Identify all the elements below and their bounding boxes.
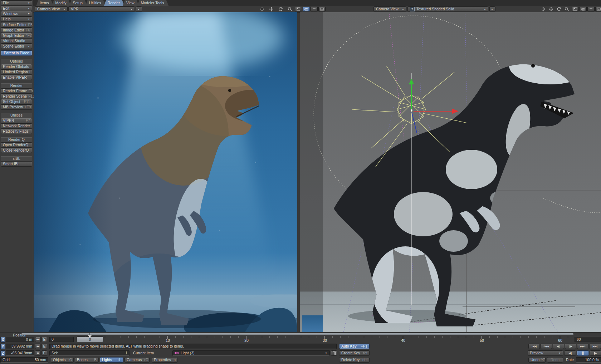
preview-dropdown[interactable]: Preview▼	[528, 350, 563, 356]
image-editor-button[interactable]: Image EditorF6	[1, 28, 32, 33]
rate-field[interactable]: 100.0 %	[576, 357, 601, 363]
viewport-frame-icon[interactable]	[318, 7, 326, 11]
edit-objects-button[interactable]: Objects+O	[51, 357, 74, 363]
viewport-maximize-icon[interactable]	[572, 7, 579, 11]
network-render-button[interactable]: Network Render	[1, 123, 32, 129]
virtual-studio-button[interactable]: Virtual Studio	[1, 38, 32, 44]
viewport-frame-icon[interactable]	[595, 7, 601, 11]
position-z-field[interactable]: -65.0419mm	[6, 350, 34, 356]
chevron-down-icon: ▼	[28, 44, 30, 49]
position-x-field[interactable]: 0 m	[6, 337, 34, 342]
end-frame-field[interactable]: 60	[575, 337, 601, 342]
tab-items[interactable]: Items	[36, 0, 54, 6]
move-view-icon[interactable]	[258, 7, 265, 11]
rotate-view-icon[interactable]	[277, 7, 284, 11]
play-forward-button[interactable]: ▶	[590, 350, 601, 356]
viper-button[interactable]: VIPERF7	[1, 118, 32, 123]
graph-editor-button[interactable]: Graph Editor^F2	[1, 33, 32, 38]
y-stepper[interactable]: ◀▶	[35, 344, 41, 349]
menu-windows[interactable]: Windows▼	[1, 11, 32, 16]
mb-preview-button[interactable]: MB Preview+F9	[1, 104, 32, 110]
next-keyframe-button[interactable]: ▶▶+	[577, 344, 588, 349]
render-frame-button[interactable]: Render FrameF9	[1, 88, 32, 94]
tab-view[interactable]: View	[123, 0, 139, 6]
tab-setup[interactable]: Setup	[69, 0, 87, 6]
first-frame-field[interactable]: 0	[49, 337, 74, 342]
viewport-snapshot-camera-icon[interactable]	[580, 7, 587, 11]
prev-keyframe-button[interactable]: +◀◀	[541, 344, 552, 349]
edit-lights-button[interactable]: Lights+L	[100, 357, 123, 363]
left-render-mode-dropdown[interactable]: VPR▼	[68, 6, 135, 12]
limited-region-button[interactable]: Limited Regionl	[1, 69, 32, 75]
tab-render[interactable]: Render	[104, 0, 124, 6]
left-viewport-vpr-render[interactable]	[34, 12, 297, 333]
radiosity-flags-button[interactable]: Radiosity Flags	[1, 129, 32, 134]
delete-key-button[interactable]: Delete Keydel	[339, 357, 370, 363]
viewport-list-icon[interactable]	[311, 7, 318, 11]
tab-utilities[interactable]: Utilities	[85, 0, 106, 6]
zoom-view-icon[interactable]	[563, 7, 570, 11]
enable-viper-button[interactable]: Enable VIPER	[1, 75, 32, 80]
play-reverse-button[interactable]: ◀	[564, 350, 576, 356]
z-envelope-button[interactable]: E	[41, 350, 47, 356]
viewport-snapshot-camera-icon[interactable]	[303, 7, 310, 11]
scene-editor-button[interactable]: Scene Editor▼	[1, 44, 32, 49]
viewport-list-icon[interactable]	[587, 7, 595, 11]
left-viewport-menu-button[interactable]: ▼	[136, 6, 142, 12]
surface-editor-button[interactable]: Surface EditorF5	[1, 22, 32, 28]
item-list-toggle-button[interactable]	[331, 350, 337, 356]
pause-button[interactable]: ||	[577, 350, 589, 356]
rotate-view-icon[interactable]	[555, 7, 562, 11]
undo-button[interactable]: Undo^Z	[528, 357, 546, 363]
go-to-start-button[interactable]: |◀◀	[528, 344, 540, 349]
properties-button[interactable]: Propertiesp	[152, 357, 178, 363]
grid-size-field: Grid:50 mm	[0, 357, 48, 363]
current-item-dropdown[interactable]: Light (3) ▼	[172, 350, 330, 356]
tab-modify[interactable]: Modify	[52, 0, 71, 6]
menu-help[interactable]: Help▼	[1, 16, 32, 22]
chevron-down-icon: ▼	[28, 1, 30, 5]
edit-bones-button[interactable]: Bones+B	[75, 357, 99, 363]
zoom-view-icon[interactable]	[286, 7, 293, 11]
selection-count-field: Sel:1	[49, 350, 130, 356]
close-renderq-button[interactable]: Close RenderQ	[1, 148, 32, 153]
frame-marker-icon	[88, 335, 92, 338]
step-forward-button[interactable]: ||▶	[565, 344, 576, 349]
position-y-field[interactable]: 39.9992 mm	[6, 344, 34, 349]
axis-x-badge[interactable]: X	[0, 337, 5, 343]
pan-view-icon[interactable]	[268, 7, 275, 11]
open-renderq-button[interactable]: Open RenderQ	[1, 142, 32, 148]
x-stepper[interactable]: ◀▶	[35, 337, 41, 342]
right-viewport-shaded-view[interactable]	[300, 12, 601, 333]
render-scene-button[interactable]: Render SceneF10	[1, 94, 32, 99]
timeline-scrub-strip[interactable]	[21, 333, 573, 335]
timeline-tick-label: 40	[396, 338, 410, 343]
right-view-type-dropdown[interactable]: Camera View▼	[373, 6, 406, 12]
menu-file[interactable]: File▼	[1, 0, 32, 6]
auto-key-button[interactable]: Auto Key+F1	[339, 344, 370, 349]
sel-object-button[interactable]: Sel ObjectF11	[1, 99, 32, 104]
axis-y-badge[interactable]: Y	[0, 344, 5, 349]
y-envelope-button[interactable]: E	[41, 344, 47, 349]
z-stepper[interactable]: ◀▶	[35, 350, 41, 356]
step-back-button[interactable]: ◀||	[553, 344, 564, 349]
parent-in-place-button[interactable]: Parent in Place	[1, 50, 32, 56]
viewport-maximize-icon[interactable]	[295, 7, 302, 11]
smart-ibl-button[interactable]: Smart IBL	[1, 161, 32, 167]
menu-edit[interactable]: Edit▼	[1, 6, 32, 11]
render-globals-button[interactable]: Render Globals	[1, 64, 32, 69]
go-to-end-button[interactable]: ▶▶|	[589, 344, 601, 349]
right-viewport-menu-button[interactable]: ▼	[489, 6, 495, 12]
redo-button[interactable]: Redo	[547, 357, 563, 363]
pan-view-icon[interactable]	[547, 7, 554, 11]
axis-z-badge[interactable]: Z	[0, 350, 5, 356]
tab-modeler-tools[interactable]: Modeler Tools	[137, 0, 168, 6]
move-view-icon[interactable]	[539, 7, 547, 11]
x-envelope-button[interactable]: E	[41, 337, 47, 342]
right-render-mode-dropdown[interactable]: T Textured Shaded Solid▼	[407, 6, 488, 12]
edit-cameras-button[interactable]: Cameras+C	[124, 357, 150, 363]
left-view-type-dropdown[interactable]: Camera View▼	[35, 6, 68, 12]
create-key-button[interactable]: Create Keyret	[339, 350, 370, 356]
chevron-down-icon: ▼	[491, 7, 493, 12]
lightwave-layout-window: Items Modify Setup Utilities Render View…	[0, 0, 601, 364]
